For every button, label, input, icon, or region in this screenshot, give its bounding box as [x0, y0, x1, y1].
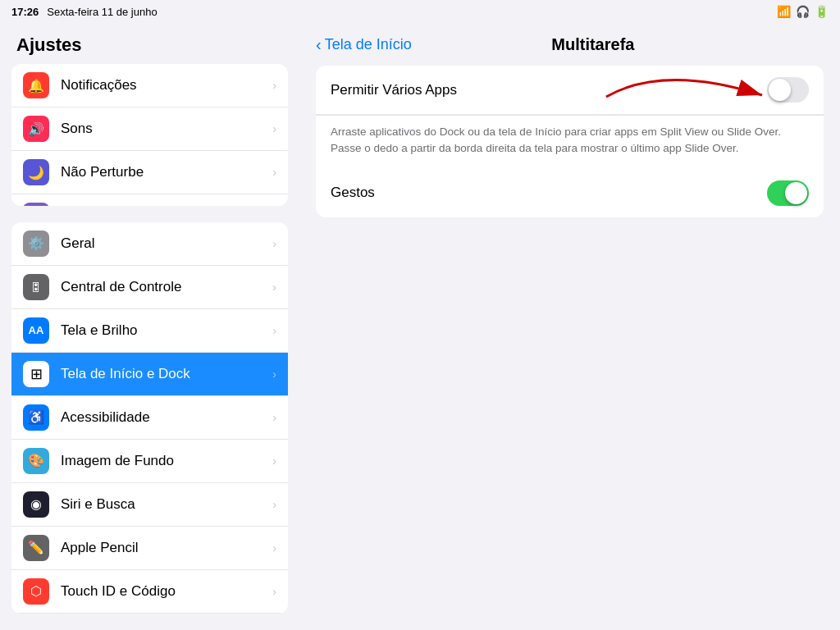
sounds-label: Sons	[61, 121, 272, 137]
dnd-label: Não Perturbe	[61, 164, 272, 180]
chevron-icon: ›	[272, 411, 276, 424]
pencil-icon: ✏️	[23, 535, 49, 561]
main-layout: Ajustes 🔔 Notificações › 🔊 Sons › 🌙	[0, 23, 840, 630]
notifications-label: Notificações	[61, 77, 272, 94]
sidebar-item-siri[interactable]: ◉ Siri e Busca ›	[11, 483, 288, 527]
general-icon: ⚙️	[23, 231, 49, 257]
general-label: Geral	[61, 235, 272, 252]
status-icons: 📶 🎧 🔋	[777, 5, 829, 18]
gestures-setting: Gestos	[316, 169, 824, 217]
chevron-icon: ›	[272, 324, 276, 337]
content-panel: ‹ Tela de Início Multitarefa Permitir Vá…	[299, 23, 840, 630]
homescreen-label: Tela de Início e Dock	[61, 366, 272, 382]
back-chevron-icon: ‹	[316, 35, 322, 54]
allow-apps-row: Permitir Vários Apps Arraste aplicativos…	[316, 66, 824, 169]
screentime-icon: ⏱	[23, 203, 49, 206]
settings-section: Permitir Vários Apps Arraste aplicativos…	[316, 66, 824, 217]
settings-card: Permitir Vários Apps Arraste aplicativos…	[316, 66, 824, 217]
siri-icon: ◉	[23, 491, 49, 518]
chevron-icon: ›	[272, 79, 276, 92]
display-icon: AA	[23, 317, 49, 344]
headphone-icon: 🎧	[796, 5, 810, 18]
chevron-icon: ›	[272, 122, 276, 135]
sidebar-item-pencil[interactable]: ✏️ Apple Pencil ›	[11, 527, 288, 570]
gestures-toggle[interactable]	[767, 180, 809, 206]
chevron-icon: ›	[272, 237, 276, 250]
sidebar-item-wallpaper[interactable]: 🎨 Imagem de Fundo ›	[11, 440, 288, 483]
sidebar-item-sounds[interactable]: 🔊 Sons ›	[11, 107, 288, 151]
sidebar-item-control[interactable]: 🎛 Central de Controle ›	[11, 266, 288, 309]
touchid-icon: ⬡	[23, 578, 49, 605]
chevron-icon: ›	[272, 281, 276, 294]
sidebar-item-homescreen[interactable]: ⊞ Tela de Início e Dock ›	[11, 353, 288, 396]
chevron-icon: ›	[272, 585, 276, 598]
wifi-icon: 📶	[777, 5, 791, 18]
back-label: Tela de Início	[325, 36, 412, 53]
accessibility-label: Acessibilidade	[61, 409, 272, 426]
status-date: Sexta-feira 11 de junho	[47, 6, 157, 18]
wallpaper-label: Imagem de Fundo	[61, 453, 272, 469]
page-title: Multitarefa	[412, 35, 774, 54]
sidebar-item-dnd[interactable]: 🌙 Não Perturbe ›	[11, 151, 288, 194]
sidebar-item-notifications[interactable]: 🔔 Notificações ›	[11, 64, 288, 107]
status-time: 17:26	[11, 6, 39, 18]
wallpaper-icon: 🎨	[23, 448, 49, 474]
allow-apps-description: Arraste aplicativos do Dock ou da tela d…	[316, 115, 824, 169]
battery-status-icon: 🔋	[815, 5, 829, 18]
dnd-icon: 🌙	[23, 159, 49, 185]
allow-apps-toggle[interactable]	[767, 77, 809, 103]
chevron-icon: ›	[272, 498, 276, 511]
sidebar-section-2: ⚙️ Geral › 🎛 Central de Controle › AA Te…	[11, 222, 288, 614]
homescreen-icon: ⊞	[23, 361, 49, 387]
chevron-icon: ›	[272, 368, 276, 381]
accessibility-icon: ♿	[23, 404, 49, 431]
siri-label: Siri e Busca	[61, 496, 272, 513]
toggle-knob	[769, 79, 791, 101]
sidebar-item-accessibility[interactable]: ♿ Acessibilidade ›	[11, 396, 288, 440]
chevron-icon: ›	[272, 454, 276, 468]
sidebar-title: Ajustes	[0, 23, 299, 64]
toggle-knob	[785, 182, 807, 204]
touchid-label: Touch ID e Código	[61, 583, 272, 600]
display-label: Tela e Brilho	[61, 322, 272, 339]
notifications-icon: 🔔	[23, 72, 49, 98]
allow-apps-label: Permitir Vários Apps	[331, 82, 767, 98]
gestures-label: Gestos	[331, 185, 767, 201]
sidebar: Ajustes 🔔 Notificações › 🔊 Sons › 🌙	[0, 23, 299, 630]
chevron-icon: ›	[272, 541, 276, 555]
status-bar: 17:26 Sexta-feira 11 de junho 📶 🎧 🔋	[0, 0, 840, 23]
sidebar-section-1: 🔔 Notificações › 🔊 Sons › 🌙 Não Perturbe…	[11, 64, 288, 206]
allow-apps-setting: Permitir Vários Apps	[316, 66, 824, 115]
nav-bar: ‹ Tela de Início Multitarefa	[299, 23, 840, 66]
sidebar-item-screentime[interactable]: ⏱ Tempo de Uso ›	[11, 194, 288, 206]
control-icon: 🎛	[23, 274, 49, 300]
sidebar-item-display[interactable]: AA Tela e Brilho ›	[11, 309, 288, 353]
sidebar-item-general[interactable]: ⚙️ Geral ›	[11, 222, 288, 266]
back-button[interactable]: ‹ Tela de Início	[316, 35, 412, 54]
sidebar-item-touchid[interactable]: ⬡ Touch ID e Código ›	[11, 570, 288, 614]
chevron-icon: ›	[272, 166, 276, 179]
control-label: Central de Controle	[61, 279, 272, 295]
sounds-icon: 🔊	[23, 116, 49, 142]
pencil-label: Apple Pencil	[61, 540, 272, 556]
